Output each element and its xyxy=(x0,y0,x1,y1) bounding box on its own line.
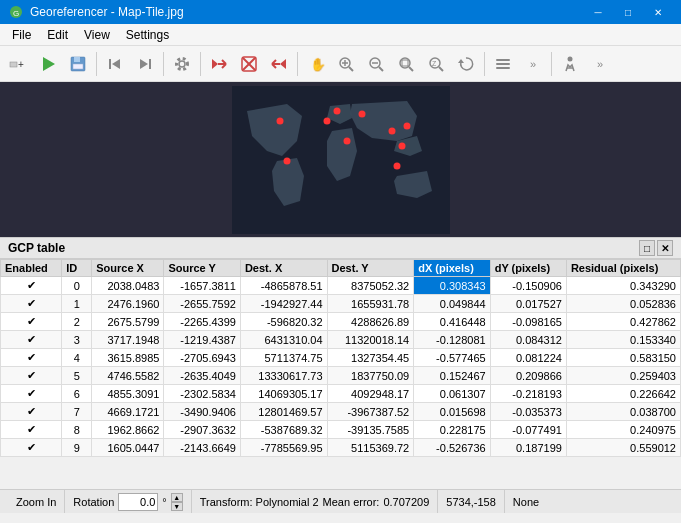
gcp-title: GCP table xyxy=(8,241,65,255)
table-cell: 0.228175 xyxy=(414,421,490,439)
menu-file[interactable]: File xyxy=(4,24,39,46)
table-cell: 2675.5799 xyxy=(92,313,164,331)
svg-point-48 xyxy=(343,137,350,144)
table-cell: 0.015698 xyxy=(414,403,490,421)
toolbar: + ✋ xyxy=(0,46,681,82)
figurine-button[interactable] xyxy=(556,50,584,78)
table-cell: 6 xyxy=(62,385,92,403)
menu-settings[interactable]: Settings xyxy=(118,24,177,46)
table-cell: 3 xyxy=(62,331,92,349)
mean-error-label: Mean error: xyxy=(323,496,380,508)
table-cell: -2907.3632 xyxy=(164,421,241,439)
crs-section: None xyxy=(505,490,547,513)
rotation-up[interactable]: ▲ xyxy=(171,493,183,502)
layers-button[interactable] xyxy=(489,50,517,78)
svg-point-43 xyxy=(568,56,573,61)
more2-button[interactable]: » xyxy=(586,50,614,78)
zoom-select-button[interactable]: Z xyxy=(422,50,450,78)
table-cell: 1 xyxy=(62,295,92,313)
gcp-expand-button[interactable]: □ xyxy=(639,240,655,256)
table-cell: 0.152467 xyxy=(414,367,490,385)
more-button[interactable]: » xyxy=(519,50,547,78)
close-button[interactable]: ✕ xyxy=(643,0,673,24)
table-row[interactable]: ✔02038.0483-1657.3811-4865878.518375052.… xyxy=(1,277,681,295)
gcp-close-button[interactable]: ✕ xyxy=(657,240,673,256)
table-cell: 1327354.45 xyxy=(327,349,414,367)
table-cell: 0.049844 xyxy=(414,295,490,313)
table-cell: -0.150906 xyxy=(490,277,566,295)
rotation-section: Rotation ° ▲ ▼ xyxy=(65,490,191,513)
table-cell: 1962.8662 xyxy=(92,421,164,439)
separator-6 xyxy=(551,52,552,76)
table-row[interactable]: ✔12476.1960-2655.7592-1942927.441655931.… xyxy=(1,295,681,313)
table-cell: -3490.9406 xyxy=(164,403,241,421)
col-dx: dX (pixels) xyxy=(414,260,490,277)
table-cell: 1837750.09 xyxy=(327,367,414,385)
col-source-y: Source Y xyxy=(164,260,241,277)
refresh-button[interactable] xyxy=(452,50,480,78)
rotation-input[interactable] xyxy=(118,493,158,511)
pan-button[interactable]: ✋ xyxy=(302,50,330,78)
svg-line-34 xyxy=(409,67,413,71)
table-row[interactable]: ✔91605.0447-2143.6649-7785569.955115369.… xyxy=(1,439,681,457)
svg-text:✋: ✋ xyxy=(310,56,325,73)
svg-rect-41 xyxy=(496,63,510,65)
svg-point-12 xyxy=(179,61,185,67)
menu-edit[interactable]: Edit xyxy=(39,24,76,46)
table-cell: 8 xyxy=(62,421,92,439)
gcp-table-wrapper[interactable]: Enabled ID Source X Source Y Dest. X Des… xyxy=(0,259,681,489)
table-cell: -7785569.95 xyxy=(240,439,327,457)
zoom-out-button[interactable] xyxy=(362,50,390,78)
zoom-in-button[interactable] xyxy=(332,50,360,78)
svg-rect-11 xyxy=(149,59,151,69)
svg-rect-7 xyxy=(73,64,83,69)
menu-view[interactable]: View xyxy=(76,24,118,46)
svg-point-13 xyxy=(177,58,188,69)
rotation-down[interactable]: ▼ xyxy=(171,502,183,511)
delete3-button[interactable] xyxy=(265,50,293,78)
table-cell: -0.526736 xyxy=(414,439,490,457)
table-row[interactable]: ✔43615.8985-2705.69435711374.751327354.4… xyxy=(1,349,681,367)
rotation-unit: ° xyxy=(162,496,166,508)
table-row[interactable]: ✔54746.5582-2635.404913330617.731837750.… xyxy=(1,367,681,385)
table-cell: 3717.1948 xyxy=(92,331,164,349)
save-button[interactable] xyxy=(64,50,92,78)
table-cell: 5115369.72 xyxy=(327,439,414,457)
table-row[interactable]: ✔22675.5799-2265.4399-596820.324288626.8… xyxy=(1,313,681,331)
table-cell: 0.583150 xyxy=(566,349,680,367)
gcp-controls: □ ✕ xyxy=(639,240,673,256)
table-row[interactable]: ✔33717.1948-1219.43876431310.0411320018.… xyxy=(1,331,681,349)
minimize-button[interactable]: ─ xyxy=(583,0,613,24)
table-cell: 0.559012 xyxy=(566,439,680,457)
settings-button[interactable] xyxy=(168,50,196,78)
map-canvas[interactable] xyxy=(232,86,450,234)
svg-point-53 xyxy=(393,162,400,169)
table-cell: 3615.8985 xyxy=(92,349,164,367)
maximize-button[interactable]: □ xyxy=(613,0,643,24)
transform-label: Transform: Polynomial 2 xyxy=(200,496,319,508)
move-right-button[interactable] xyxy=(131,50,159,78)
svg-point-46 xyxy=(276,117,283,124)
table-row[interactable]: ✔81962.8662-2907.3632-5387689.32-39135.7… xyxy=(1,421,681,439)
table-cell: -2635.4049 xyxy=(164,367,241,385)
table-cell: -5387689.32 xyxy=(240,421,327,439)
delete2-button[interactable] xyxy=(235,50,263,78)
svg-text:G: G xyxy=(13,9,19,18)
add-point-button[interactable]: + xyxy=(4,50,32,78)
table-cell: -1942927.44 xyxy=(240,295,327,313)
svg-line-27 xyxy=(349,67,353,71)
svg-marker-4 xyxy=(43,57,55,71)
table-row[interactable]: ✔74669.1721-3490.940612801469.57-3967387… xyxy=(1,403,681,421)
table-cell: 0.308343 xyxy=(414,277,490,295)
table-cell: 0.038700 xyxy=(566,403,680,421)
zoom-label: Zoom In xyxy=(16,496,56,508)
table-cell: 6431310.04 xyxy=(240,331,327,349)
zoom-section: Zoom In xyxy=(8,490,65,513)
table-row[interactable]: ✔64855.3091-2302.583414069305.174092948.… xyxy=(1,385,681,403)
crs-display: None xyxy=(513,496,539,508)
delete-button[interactable] xyxy=(205,50,233,78)
play-button[interactable] xyxy=(34,50,62,78)
zoom-fit-button[interactable] xyxy=(392,50,420,78)
separator-2 xyxy=(163,52,164,76)
move-left-button[interactable] xyxy=(101,50,129,78)
